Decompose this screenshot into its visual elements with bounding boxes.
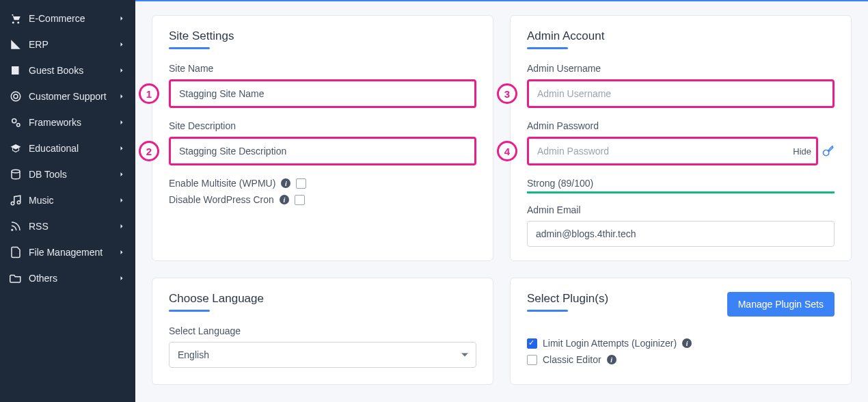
- chevron-right-icon: [118, 118, 126, 126]
- chevron-right-icon: [118, 170, 126, 178]
- annotation-2: 2: [139, 141, 159, 161]
- title-underline: [527, 47, 568, 49]
- hide-password-button[interactable]: Hide: [793, 146, 811, 157]
- site-desc-input[interactable]: [169, 137, 476, 165]
- title-underline: [527, 310, 568, 312]
- svg-point-4: [12, 170, 20, 173]
- chevron-right-icon: [118, 14, 126, 23]
- plugin-label: Classic Editor: [543, 354, 601, 365]
- sidebar-item-frameworks[interactable]: Frameworks: [0, 109, 135, 135]
- info-icon[interactable]: i: [281, 178, 290, 188]
- admin-account-card: Admin Account Admin Username 3 Admin Pas…: [510, 15, 852, 261]
- site-name-input[interactable]: [169, 79, 476, 108]
- admin-username-label: Admin Username: [527, 63, 835, 74]
- chevron-right-icon: [118, 40, 126, 49]
- database-icon: [10, 168, 22, 180]
- annotation-3: 3: [497, 83, 517, 104]
- admin-account-title: Admin Account: [527, 29, 835, 43]
- admin-email-label: Admin Email: [527, 204, 835, 215]
- cart-icon: [10, 12, 22, 25]
- chart-icon: [10, 38, 22, 51]
- admin-username-input[interactable]: [527, 79, 835, 108]
- multisite-checkbox[interactable]: [296, 178, 306, 189]
- chevron-right-icon: [118, 92, 126, 100]
- sidebar-item-erp[interactable]: ERP: [0, 31, 135, 57]
- sidebar: E-Commerce ERP Guest Books Customer Supp…: [0, 0, 135, 402]
- sidebar-item-label: Others: [29, 273, 118, 284]
- site-settings-title: Site Settings: [169, 29, 476, 43]
- key-icon[interactable]: [822, 145, 835, 157]
- multisite-label: Enable Multisite (WPMU): [169, 178, 275, 189]
- manage-plugin-sets-button[interactable]: Manage Plugin Sets: [727, 292, 835, 317]
- site-name-label: Site Name: [169, 63, 476, 74]
- rss-icon: [10, 220, 22, 232]
- svg-point-5: [11, 229, 13, 231]
- info-icon[interactable]: i: [280, 195, 289, 204]
- password-strength-bar: [527, 191, 835, 193]
- sidebar-item-label: Frameworks: [29, 117, 118, 128]
- svg-point-0: [11, 92, 21, 101]
- music-icon: [10, 194, 22, 206]
- chevron-right-icon: [118, 274, 126, 282]
- sidebar-item-label: E-Commerce: [29, 13, 118, 24]
- sidebar-item-label: ERP: [29, 39, 118, 50]
- chevron-right-icon: [118, 66, 126, 75]
- annotation-1: 1: [139, 83, 159, 104]
- svg-point-1: [14, 94, 18, 98]
- sidebar-item-label: Educational: [29, 143, 118, 154]
- graduation-icon: [10, 142, 22, 155]
- sidebar-item-label: Guest Books: [29, 65, 118, 76]
- title-underline: [169, 310, 210, 312]
- plugin-classic-editor-checkbox[interactable]: [527, 355, 537, 365]
- sidebar-item-label: Customer Support: [29, 91, 118, 102]
- sidebar-item-guestbooks[interactable]: Guest Books: [0, 57, 135, 83]
- site-desc-label: Site Description: [169, 120, 476, 131]
- sidebar-item-ecommerce[interactable]: E-Commerce: [0, 5, 135, 31]
- gears-icon: [10, 116, 22, 129]
- sidebar-item-dbtools[interactable]: DB Tools: [0, 161, 135, 187]
- language-select[interactable]: English: [169, 342, 476, 368]
- chevron-right-icon: [118, 144, 126, 152]
- sidebar-item-rss[interactable]: RSS: [0, 213, 135, 239]
- sidebar-item-label: Music: [29, 195, 118, 206]
- file-icon: [10, 246, 22, 258]
- annotation-4: 4: [497, 141, 517, 161]
- svg-point-3: [17, 124, 21, 127]
- sidebar-item-label: File Management: [29, 247, 118, 258]
- admin-password-input[interactable]: [527, 137, 818, 165]
- cron-checkbox[interactable]: [295, 195, 305, 205]
- info-icon[interactable]: i: [682, 338, 692, 348]
- language-title: Choose Language: [169, 292, 476, 306]
- svg-point-2: [12, 119, 16, 123]
- book-icon: [10, 64, 22, 77]
- language-label: Select Language: [169, 325, 476, 336]
- sidebar-item-label: RSS: [29, 221, 118, 232]
- site-settings-card: Site Settings Site Name 1 Site Descripti…: [152, 15, 493, 261]
- sidebar-item-educational[interactable]: Educational: [0, 135, 135, 161]
- password-strength: Strong (89/100): [527, 178, 835, 189]
- cron-label: Disable WordPress Cron: [169, 194, 274, 205]
- info-icon[interactable]: i: [607, 355, 616, 364]
- sidebar-item-support[interactable]: Customer Support: [0, 83, 135, 109]
- chevron-right-icon: [118, 196, 126, 204]
- chevron-right-icon: [118, 248, 126, 256]
- sidebar-item-music[interactable]: Music: [0, 187, 135, 213]
- sidebar-item-filemanagement[interactable]: File Management: [0, 239, 135, 265]
- chevron-right-icon: [118, 222, 126, 230]
- plugins-title: Select Plugin(s): [527, 292, 608, 306]
- plugin-label: Limit Login Attempts (Loginizer): [543, 338, 677, 349]
- sidebar-item-others[interactable]: Others: [0, 265, 135, 291]
- language-card: Choose Language Select Language English: [152, 278, 493, 385]
- sidebar-item-label: DB Tools: [29, 169, 118, 180]
- plugins-card: Select Plugin(s) Manage Plugin Sets Limi…: [510, 278, 852, 385]
- admin-email-input[interactable]: [527, 221, 835, 247]
- admin-password-label: Admin Password: [527, 120, 835, 131]
- plugin-loginizer-checkbox[interactable]: [527, 338, 537, 349]
- main-content: Site Settings Site Name 1 Site Descripti…: [135, 0, 868, 402]
- title-underline: [169, 47, 210, 49]
- folder-icon: [10, 272, 22, 284]
- lifebuoy-icon: [10, 90, 22, 103]
